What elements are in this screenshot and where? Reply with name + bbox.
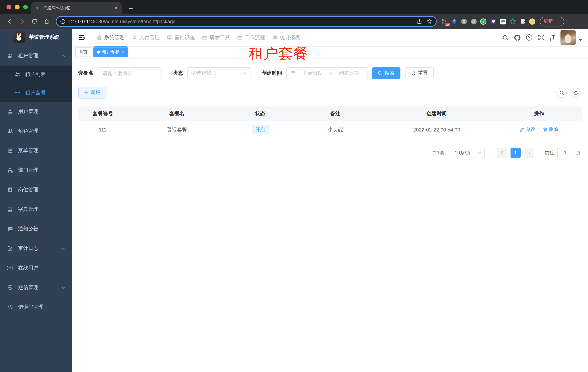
browser-update-button[interactable]: 更新 ⋮ bbox=[540, 16, 564, 26]
col-header-status[interactable]: 状态 bbox=[227, 106, 294, 121]
sidebar-item-notice[interactable]: 通知公告 bbox=[0, 219, 72, 239]
url-bar[interactable]: 127.0.0.1:48080/admin-ui/system/tenant/p… bbox=[56, 16, 437, 27]
github-icon[interactable] bbox=[514, 33, 521, 42]
app-title: 芋道管理系统 bbox=[29, 34, 59, 41]
minimize-window-button[interactable] bbox=[15, 5, 20, 10]
date-separator: - bbox=[330, 70, 332, 76]
extensions-puzzle-icon[interactable] bbox=[519, 18, 526, 25]
table-search-toggle-button[interactable] bbox=[556, 88, 567, 98]
sidebar-item-dept-management[interactable]: 部门管理 bbox=[0, 160, 72, 180]
extension-green-dot-icon[interactable] bbox=[470, 18, 477, 25]
forward-icon[interactable] bbox=[17, 17, 27, 26]
table-toolbar: 新增 bbox=[78, 87, 581, 98]
new-tab-button[interactable]: + bbox=[127, 5, 135, 14]
bookmark-star-icon[interactable] bbox=[427, 19, 432, 24]
delete-link[interactable]: 删除 bbox=[543, 126, 558, 133]
goto-page-input[interactable] bbox=[557, 148, 573, 158]
package-name-input[interactable] bbox=[98, 67, 161, 79]
add-button[interactable]: 新增 bbox=[78, 87, 106, 98]
browser-tab[interactable]: 芋道管理系统 × bbox=[31, 2, 122, 14]
tag-home[interactable]: 首页 bbox=[75, 47, 91, 57]
sidebar-item-tenant-package[interactable]: 租户套餐 bbox=[0, 84, 72, 102]
sidebar-item-menu-management[interactable]: 菜单管理 bbox=[0, 141, 72, 160]
sidebar-item-label: 租户套餐 bbox=[25, 89, 46, 96]
tab-close-icon[interactable]: × bbox=[114, 5, 118, 11]
extension-chat-icon[interactable] bbox=[500, 18, 506, 25]
status-select[interactable]: 请选择状态 bbox=[187, 67, 251, 79]
status-placeholder: 请选择状态 bbox=[191, 70, 242, 76]
font-size-icon[interactable]: TT bbox=[549, 34, 556, 41]
nav-item-label: 研发工具 bbox=[210, 34, 230, 41]
sidebar-item-tenant-list[interactable]: 租户列表 bbox=[0, 65, 72, 84]
search-icon bbox=[378, 71, 382, 75]
extension-emoji-icon[interactable] bbox=[529, 18, 536, 25]
share-icon[interactable] bbox=[417, 19, 422, 24]
close-window-button[interactable] bbox=[7, 5, 11, 10]
badge-icon bbox=[7, 187, 13, 193]
sidebar-item-role-management[interactable]: 角色管理 bbox=[0, 121, 72, 141]
col-header-name[interactable]: 套餐名 bbox=[127, 106, 227, 121]
fullscreen-icon[interactable] bbox=[537, 33, 545, 42]
status-label: 状态 bbox=[173, 70, 183, 76]
table-row[interactable]: 111 普通套餐 开启 小功能 2022-02-22 00:54:00 修改 bbox=[78, 121, 582, 138]
col-header-remark[interactable]: 备注 bbox=[294, 106, 377, 121]
trash-icon bbox=[543, 127, 547, 132]
nav-item-label: 支付管理 bbox=[139, 34, 160, 41]
extension-kite-icon[interactable] bbox=[451, 18, 457, 25]
extension-shield-icon[interactable] bbox=[490, 18, 496, 25]
extension-blocks-icon[interactable]: 10 bbox=[441, 18, 448, 25]
col-header-actions[interactable]: 操作 bbox=[496, 106, 582, 121]
col-header-created[interactable]: 创建时间 bbox=[377, 106, 496, 121]
tag-tenant-package[interactable]: 租户套餐 × bbox=[94, 47, 128, 57]
avatar[interactable] bbox=[560, 30, 576, 45]
tab-statistics[interactable]: 统计报表 bbox=[269, 28, 304, 47]
sidebar-item-dict-management[interactable]: 字典管理 bbox=[0, 200, 72, 219]
maximize-window-button[interactable] bbox=[23, 5, 28, 10]
sidebar-item-label: 菜单管理 bbox=[18, 148, 38, 154]
user-icon bbox=[7, 109, 13, 115]
page-size-select[interactable]: 10条/页 bbox=[450, 148, 485, 158]
tag-close-icon[interactable]: × bbox=[122, 50, 125, 55]
shield-check-icon bbox=[7, 285, 13, 290]
end-date-placeholder: 结束日期 bbox=[335, 70, 364, 76]
reset-button[interactable]: 重置 bbox=[405, 67, 434, 79]
help-icon[interactable] bbox=[525, 33, 533, 42]
avatar-caret-icon[interactable] bbox=[578, 39, 582, 41]
tab-payment-management[interactable]: ¥ 支付管理 bbox=[128, 28, 163, 47]
col-header-id[interactable]: 套餐编号 bbox=[78, 106, 127, 121]
extension-command-icon[interactable]: ⌘ bbox=[461, 18, 467, 25]
reload-icon[interactable] bbox=[30, 17, 39, 26]
app-logo-row[interactable]: 芋道管理系统 bbox=[0, 29, 72, 46]
sidebar-item-sms-management[interactable]: 短信管理 bbox=[0, 278, 72, 298]
sidebar-item-audit-log[interactable]: 审计日志 bbox=[0, 239, 72, 258]
url-text[interactable]: 127.0.0.1:48080/admin-ui/system/tenant/p… bbox=[68, 19, 414, 24]
chevron-down-icon bbox=[61, 286, 65, 290]
sidebar-item-post-management[interactable]: 岗位管理 bbox=[0, 180, 72, 200]
extension-star-icon[interactable] bbox=[509, 18, 516, 25]
browser-menu-icon[interactable]: ⋮ bbox=[556, 19, 560, 24]
edit-link[interactable]: 修改 bbox=[520, 126, 536, 133]
chevron-down-icon bbox=[242, 71, 247, 75]
header-search-icon[interactable] bbox=[502, 33, 509, 42]
tab-dev-tools[interactable]: 研发工具 bbox=[199, 28, 233, 47]
tab-infrastructure[interactable]: 基础设施 bbox=[163, 28, 199, 47]
search-button[interactable]: 搜索 bbox=[372, 67, 400, 79]
active-dot bbox=[97, 51, 100, 53]
tab-workflow[interactable]: 工作流程 bbox=[233, 28, 269, 47]
prev-page-button[interactable] bbox=[497, 148, 507, 158]
sidebar-item-error-code[interactable]: 错误码管理 bbox=[0, 298, 72, 317]
sidebar-toggle-icon[interactable] bbox=[78, 34, 85, 41]
date-range-picker[interactable]: 开始日期 - 结束日期 bbox=[286, 67, 368, 79]
sidebar-item-user-management[interactable]: 用户管理 bbox=[0, 102, 72, 121]
extension-y-icon[interactable]: Y bbox=[480, 18, 487, 25]
site-info-icon[interactable] bbox=[60, 19, 65, 24]
next-page-button[interactable] bbox=[524, 148, 535, 158]
page-number-1[interactable]: 1 bbox=[511, 148, 521, 158]
sidebar-item-tenant-management[interactable]: 租户管理 bbox=[0, 46, 72, 65]
home-icon[interactable] bbox=[42, 17, 52, 26]
sidebar-item-online-users[interactable]: 在线用户 bbox=[0, 258, 72, 278]
tab-system-management[interactable]: 系统管理 bbox=[93, 28, 128, 47]
back-icon[interactable] bbox=[5, 17, 14, 26]
cell-package-id: 111 bbox=[78, 121, 127, 138]
table-refresh-button[interactable] bbox=[571, 88, 581, 98]
